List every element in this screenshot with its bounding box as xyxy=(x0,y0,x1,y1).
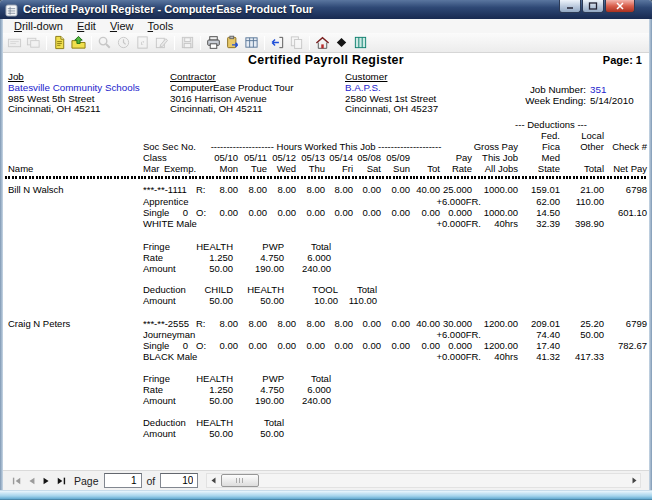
header-rule xyxy=(5,176,648,179)
report-cell: Fringe xyxy=(143,241,170,252)
report-cell: State xyxy=(514,163,560,174)
report-cell: Total xyxy=(234,417,284,428)
employee-name[interactable]: Bill N Walsch xyxy=(8,184,64,195)
report-cell: 14.50 xyxy=(514,207,560,218)
first-page-button[interactable] xyxy=(9,474,24,488)
report-cell: Total xyxy=(285,373,331,384)
job-number-link[interactable]: 351 xyxy=(590,84,606,95)
report-cell: 159.01 xyxy=(514,184,560,195)
contractor-block: Contractor ComputerEase Product Tour 301… xyxy=(170,72,293,115)
report-cell: 05/09 xyxy=(376,152,410,163)
report-cell: 6.000 xyxy=(285,384,331,395)
horizontal-scrollbar[interactable] xyxy=(206,473,641,488)
report-cell: 417.33 xyxy=(558,351,604,362)
report-cell: 50.00 xyxy=(177,395,233,406)
report-cell: 782.67 xyxy=(599,340,647,351)
window-frame-left xyxy=(0,19,3,500)
report-cell: 25.20 xyxy=(558,318,604,329)
customer-name-link[interactable]: B.A.P.S. xyxy=(345,83,438,94)
report-cell: +6.000FR. xyxy=(425,329,481,340)
report-cell: 40hrs xyxy=(466,351,518,362)
report-cell: Rate xyxy=(143,252,163,263)
report-cell: WHITE Male xyxy=(143,218,197,229)
report-cell: Amount xyxy=(143,428,176,439)
report-line: Amount50.00190.00240.00 xyxy=(0,263,652,275)
report-cell: Journeyman xyxy=(143,329,195,340)
report-cell: Check # xyxy=(599,141,647,152)
last-page-button[interactable] xyxy=(54,474,69,488)
report-cell: 110.00 xyxy=(558,196,604,207)
report-line: BLACK Male+0.000FR.40hrs41.32417.33 xyxy=(0,351,652,363)
employee-name[interactable]: Craig N Peters xyxy=(8,318,70,329)
window-frame-bottom xyxy=(0,490,652,500)
page-indicator: Page: 1 xyxy=(560,54,642,66)
report-cell: 240.00 xyxy=(285,263,331,274)
report-line: Amount50.00190.00240.00 xyxy=(0,395,652,407)
report-cell: 41.32 xyxy=(514,351,560,362)
job-block: Job Batesville Community Schools 985 Wes… xyxy=(8,72,140,115)
report-cell: 40hrs xyxy=(466,218,518,229)
report-title: Certified Payroll Register xyxy=(0,53,652,67)
week-ending-value: 5/14/2010 xyxy=(590,95,634,106)
job-addr2: Cincinnati, OH 45211 xyxy=(8,104,140,115)
report-cell: 398.90 xyxy=(558,218,604,229)
report-cell: Name xyxy=(8,163,33,174)
report-cell: ***-**-2555 xyxy=(143,318,189,329)
report-cell: 240.00 xyxy=(285,395,331,406)
page-nav-bar: Page of xyxy=(3,470,649,490)
report-cell: Exemp. xyxy=(164,163,188,174)
report-cell: --- Deductions --- xyxy=(506,119,596,130)
report-cell: HEALTH xyxy=(177,417,233,428)
report-cell: BLACK Male xyxy=(143,351,197,362)
app-icon xyxy=(5,3,18,16)
hscroll-left-arrow-icon[interactable] xyxy=(207,474,219,487)
report-cell: 4.750 xyxy=(234,252,284,263)
report-line: Amount50.0050.0010.00110.00 xyxy=(0,295,652,307)
report-cell: 209.01 xyxy=(514,318,560,329)
report-cell: Rate xyxy=(143,384,163,395)
customer-block: Customer B.A.P.S. 2580 West 1st Street C… xyxy=(345,72,438,115)
report-cell: 1000.00 xyxy=(466,184,518,195)
report-cell: This Job xyxy=(466,152,518,163)
contractor-name: ComputerEase Product Tour xyxy=(170,83,293,94)
customer-addr2: Cincinnati, OH 45237 xyxy=(345,104,438,115)
total-pages-box[interactable] xyxy=(160,473,198,488)
report-cell: Fringe xyxy=(143,373,170,384)
report-cell: Amount xyxy=(143,295,176,306)
report-cell: CHILD xyxy=(177,284,233,295)
report-cell: Soc Sec No. xyxy=(143,141,196,152)
report-cell: 6.000 xyxy=(285,252,331,263)
report-cell: 1000.00 xyxy=(466,207,518,218)
report-cell: 6798 xyxy=(599,184,647,195)
report-cell: 601.10 xyxy=(599,207,647,218)
report-cell: Class xyxy=(143,152,167,163)
report-cell: Fed. xyxy=(514,130,560,141)
job-name-link[interactable]: Batesville Community Schools xyxy=(8,83,140,94)
hscroll-right-arrow-icon[interactable] xyxy=(628,474,640,487)
report-cell: Net Pay xyxy=(599,163,647,174)
report-cell: 50.00 xyxy=(234,295,284,306)
report-cell: Med xyxy=(514,152,560,163)
maximize-button[interactable] xyxy=(582,0,604,13)
report-line: Amount50.0050.00 xyxy=(0,428,652,440)
minimize-button[interactable] xyxy=(559,0,581,13)
report-cell: 6799 xyxy=(599,318,647,329)
report-cell: All Jobs xyxy=(466,163,518,174)
next-page-button[interactable] xyxy=(39,474,54,488)
report-line: Bill N Walsch***-**-1111R:8.008.008.008.… xyxy=(0,184,652,196)
report-cell: 32.39 xyxy=(514,218,560,229)
report-cell: 50.00 xyxy=(177,263,233,274)
title-bar[interactable]: Certified Payroll Register - ComputerEas… xyxy=(0,0,652,19)
page-number-input[interactable] xyxy=(104,473,142,488)
report-cell: Apprentice xyxy=(143,196,188,207)
job-number-label: Job Number: xyxy=(440,84,586,95)
report-cell: 17.40 xyxy=(514,340,560,351)
prev-page-button[interactable] xyxy=(24,474,39,488)
close-button[interactable] xyxy=(605,0,635,13)
report-cell: 110.00 xyxy=(329,295,377,306)
report-cell: HEALTH xyxy=(177,241,233,252)
report-cell: Total xyxy=(558,163,604,174)
report-cell: 190.00 xyxy=(234,395,284,406)
hscroll-track[interactable] xyxy=(219,474,628,487)
hscroll-thumb[interactable] xyxy=(221,474,259,487)
